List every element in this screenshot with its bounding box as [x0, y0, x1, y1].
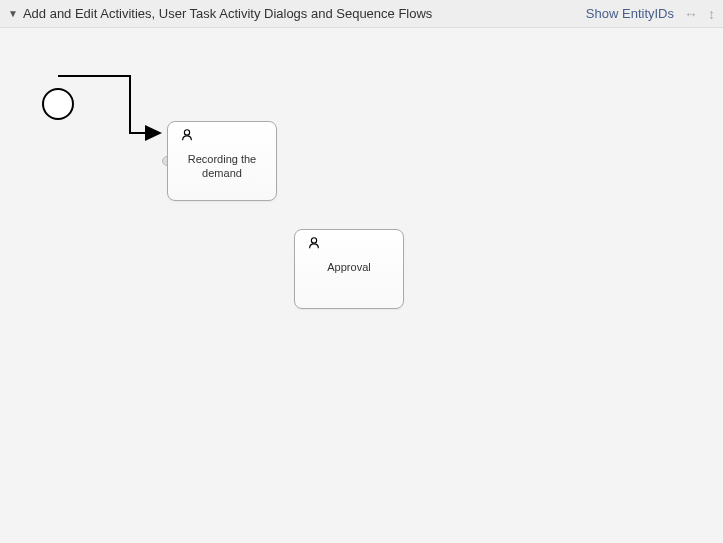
resize-vertical-icon[interactable]: ↕ — [708, 6, 715, 22]
diagram-canvas[interactable]: Recording the demand Approval — [0, 28, 723, 543]
user-task-icon — [180, 128, 194, 146]
collapse-icon: ▼ — [8, 8, 18, 19]
panel-header: ▼ Add and Edit Activities, User Task Act… — [0, 0, 723, 28]
activity-node-recording-demand[interactable]: Recording the demand — [167, 121, 277, 201]
activity-label: Recording the demand — [168, 152, 276, 181]
panel-title: Add and Edit Activities, User Task Activ… — [23, 6, 432, 21]
svg-marker-0 — [145, 125, 162, 141]
activity-node-approval[interactable]: Approval — [294, 229, 404, 309]
panel-header-right: Show EntityIDs ↔ ↕ — [586, 6, 715, 22]
resize-horizontal-icon[interactable]: ↔ — [684, 6, 698, 22]
svg-point-2 — [311, 238, 316, 243]
start-event-node[interactable] — [42, 88, 74, 120]
panel-header-left[interactable]: ▼ Add and Edit Activities, User Task Act… — [8, 6, 586, 21]
svg-point-1 — [184, 130, 189, 135]
activity-label: Approval — [295, 260, 403, 274]
user-task-icon — [307, 236, 321, 254]
show-entity-ids-link[interactable]: Show EntityIDs — [586, 6, 674, 21]
